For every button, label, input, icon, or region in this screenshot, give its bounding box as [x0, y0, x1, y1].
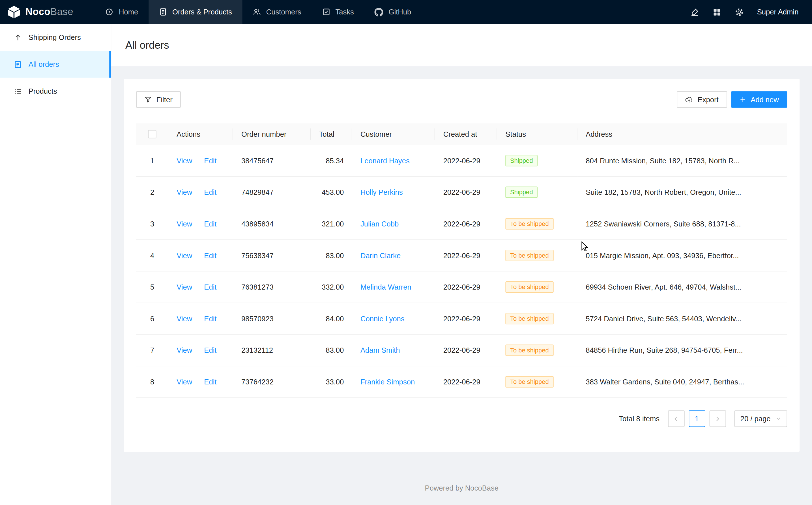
orders-table: Actions Order number Total Customer Crea…: [136, 124, 787, 398]
customer-link[interactable]: Melinda Warren: [360, 283, 412, 291]
cell-address: 1252 Swaniawski Corners, Suite 688, 8137…: [577, 208, 787, 240]
sidebar-item-products[interactable]: Products: [0, 78, 111, 105]
edit-link[interactable]: Edit: [204, 283, 217, 291]
page-title: All orders: [125, 39, 169, 51]
cell-address: 69934 Schoen River, Apt. 646, 49704, Wal…: [577, 272, 787, 303]
export-button[interactable]: Export: [677, 91, 727, 108]
cell-index: 2: [136, 177, 168, 208]
edit-link[interactable]: Edit: [204, 378, 217, 386]
cell-index: 7: [136, 335, 168, 366]
action-divider: [198, 347, 198, 354]
cell-customer: Melinda Warren: [352, 272, 435, 303]
cell-order-number: 23132112: [233, 335, 311, 366]
cell-created-at: 2022-06-29: [435, 335, 497, 366]
nav-item-customers[interactable]: Customers: [242, 0, 311, 24]
orders-form-icon: [159, 8, 167, 16]
cell-index: 4: [136, 240, 168, 272]
nocobase-logo[interactable]: NocoBase: [0, 5, 83, 19]
cell-order-number: 76381273: [233, 272, 311, 303]
customer-link[interactable]: Darin Clarke: [360, 251, 400, 260]
nav-item-label: Home: [119, 8, 138, 16]
customer-link[interactable]: Adam Smith: [360, 346, 400, 354]
view-link[interactable]: View: [177, 378, 192, 386]
action-divider: [198, 378, 198, 386]
edit-link[interactable]: Edit: [204, 315, 217, 323]
action-divider: [198, 284, 198, 291]
cell-total: 83.00: [311, 240, 352, 272]
view-link[interactable]: View: [177, 188, 192, 196]
page-size-select[interactable]: 20 / page: [734, 410, 787, 427]
action-divider: [198, 252, 198, 259]
edit-link[interactable]: Edit: [204, 220, 217, 228]
select-all-checkbox[interactable]: [148, 130, 156, 138]
cell-address: 015 Margie Mission, Apt. 093, 34936, Ebe…: [577, 240, 787, 272]
cell-status: To be shipped: [497, 366, 577, 398]
customer-link[interactable]: Leonard Hayes: [360, 157, 410, 165]
nav-item-tasks[interactable]: Tasks: [311, 0, 364, 24]
table-row: 2 ViewEdit 74829847 453.00 Holly Perkins…: [136, 177, 787, 208]
add-new-button-label: Add new: [751, 96, 779, 104]
pagination-page-1[interactable]: 1: [689, 410, 705, 427]
customer-link[interactable]: Holly Perkins: [360, 188, 403, 196]
cell-order-number: 43895834: [233, 208, 311, 240]
sidebar-item-label: Shipping Orders: [29, 33, 81, 41]
pagination-next-button[interactable]: [709, 410, 726, 427]
cell-total: 83.00: [311, 335, 352, 366]
cell-index: 3: [136, 208, 168, 240]
cell-total: 85.34: [311, 145, 352, 177]
pagination-total: Total 8 items: [619, 415, 659, 423]
cell-total: 332.00: [311, 272, 352, 303]
edit-link[interactable]: Edit: [204, 157, 217, 165]
cell-created-at: 2022-06-29: [435, 303, 497, 335]
view-link[interactable]: View: [177, 315, 192, 323]
edit-link[interactable]: Edit: [204, 346, 217, 354]
status-badge: Shipped: [505, 187, 538, 198]
main-area: All orders Filter: [111, 24, 812, 505]
cell-status: Shipped: [497, 177, 577, 208]
page-header: All orders: [111, 24, 812, 66]
sidebar-item-shipping-orders[interactable]: Shipping Orders: [0, 24, 111, 51]
customer-link[interactable]: Julian Cobb: [360, 220, 398, 228]
table-row: 6 ViewEdit 98570923 84.00 Connie Lyons 2…: [136, 303, 787, 335]
export-button-label: Export: [698, 96, 719, 104]
nav-item-github[interactable]: GitHub: [364, 0, 422, 24]
cell-customer: Julian Cobb: [352, 208, 435, 240]
filter-button[interactable]: Filter: [136, 91, 181, 108]
cell-index: 6: [136, 303, 168, 335]
chevron-down-icon: [776, 416, 781, 421]
customer-link[interactable]: Frankie Simpson: [360, 378, 415, 386]
view-link[interactable]: View: [177, 157, 192, 165]
cloud-export-icon: [685, 96, 693, 103]
status-badge: To be shipped: [505, 250, 553, 261]
table-row: 3 ViewEdit 43895834 321.00 Julian Cobb 2…: [136, 208, 787, 240]
navbar-right: Super Admin: [690, 8, 812, 16]
view-link[interactable]: View: [177, 220, 192, 228]
cell-index: 5: [136, 272, 168, 303]
ui-editor-highlighter-icon[interactable]: [690, 8, 699, 16]
add-new-button[interactable]: Add new: [731, 91, 787, 108]
view-link[interactable]: View: [177, 283, 192, 291]
powered-by-footer: Powered by NocoBase: [111, 484, 812, 503]
pagination-prev-button[interactable]: [668, 410, 685, 427]
table-toolbar: Filter: [136, 91, 787, 108]
cell-total: 84.00: [311, 303, 352, 335]
nocobase-logo-icon: [7, 5, 21, 19]
plugins-grid-icon[interactable]: [713, 8, 721, 16]
view-link[interactable]: View: [177, 251, 192, 260]
cell-actions: ViewEdit: [168, 145, 233, 177]
plus-icon: [739, 96, 746, 103]
view-link[interactable]: View: [177, 346, 192, 354]
nav-item-orders-products[interactable]: Orders & Products: [149, 0, 243, 24]
edit-link[interactable]: Edit: [204, 251, 217, 260]
nav-item-home[interactable]: Home: [95, 0, 149, 24]
nav-item-label: Tasks: [335, 8, 354, 16]
sidebar-item-all-orders[interactable]: All orders: [0, 51, 111, 77]
cell-created-at: 2022-06-29: [435, 366, 497, 398]
action-divider: [198, 157, 198, 164]
cell-total: 33.00: [311, 366, 352, 398]
edit-link[interactable]: Edit: [204, 188, 217, 196]
cell-actions: ViewEdit: [168, 303, 233, 335]
user-menu[interactable]: Super Admin: [757, 8, 799, 16]
settings-gear-icon[interactable]: [735, 8, 744, 16]
customer-link[interactable]: Connie Lyons: [360, 315, 404, 323]
